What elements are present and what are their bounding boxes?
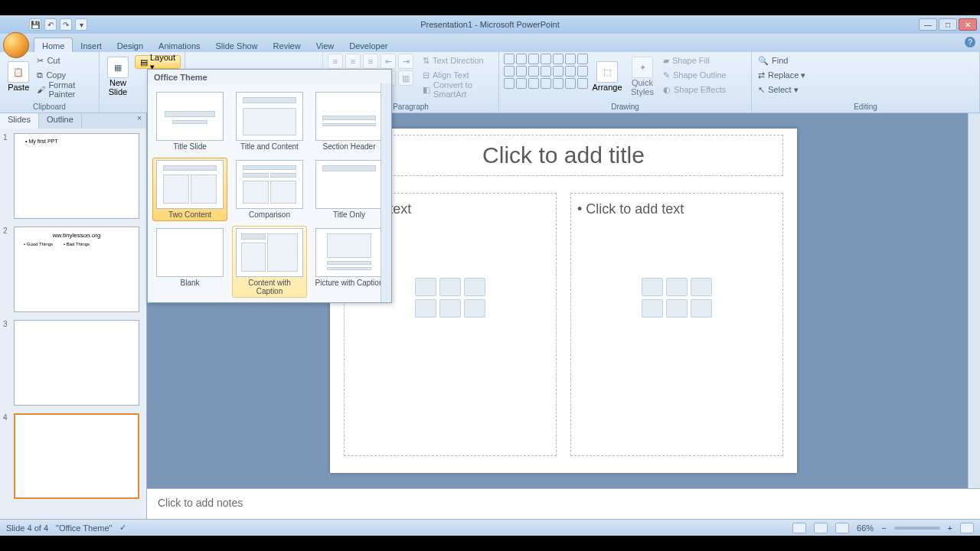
layout-thumb <box>156 228 224 277</box>
convert-smartart-button[interactable]: ◧Convert to SmartArt <box>421 83 494 96</box>
scissors-icon: ✂ <box>37 56 44 66</box>
zoom-out-button[interactable]: − <box>881 523 886 533</box>
right-content-placeholder[interactable]: • Click to add text <box>570 193 783 456</box>
layout-caption: Section Header <box>323 142 376 151</box>
tab-review[interactable]: Review <box>266 38 309 52</box>
new-slide-button[interactable]: ▦ New Slide <box>104 54 132 99</box>
paste-icon: 📋 <box>8 61 29 83</box>
vertical-scrollbar[interactable] <box>968 113 980 488</box>
tab-developer[interactable]: Developer <box>341 38 395 52</box>
new-slide-icon: ▦ <box>107 57 129 78</box>
format-painter-button[interactable]: 🖌Format Painter <box>35 83 94 96</box>
slides-pane: Slides Outline × 1• My first PPT2ww.tiny… <box>0 113 147 519</box>
zoom-in-button[interactable]: + <box>948 523 952 533</box>
layout-option-title-slide[interactable]: Title Slide <box>152 90 227 153</box>
slide-thumbnail[interactable]: 1• My first PPT <box>3 133 143 219</box>
layout-caption: Content with Caption <box>234 279 305 295</box>
layout-thumb <box>236 228 303 277</box>
thumb-number: 4 <box>3 413 11 499</box>
help-icon[interactable]: ? <box>965 37 975 47</box>
quick-access-toolbar: 💾 ↶ ↷ ▾ <box>29 18 87 31</box>
layout-thumb <box>236 92 303 141</box>
paste-button[interactable]: 📋 Paste <box>5 54 32 99</box>
layout-option-two-content[interactable]: Two Content <box>152 158 227 221</box>
zoom-fit-button[interactable] <box>960 523 974 533</box>
slide-thumbnail[interactable]: 4 <box>3 413 143 499</box>
paste-label: Paste <box>8 83 29 92</box>
zoom-slider[interactable] <box>894 527 940 530</box>
slide-thumbnail[interactable]: 3 <box>3 320 143 406</box>
theme-name: "Office Theme" <box>56 523 112 533</box>
view-sorter-button[interactable] <box>814 523 828 533</box>
undo-icon[interactable]: ↶ <box>44 18 57 31</box>
layout-caption: Title Slide <box>173 142 207 151</box>
shape-outline-button[interactable]: ✎Shape Outline <box>662 68 728 82</box>
tab-animations[interactable]: Animations <box>151 38 207 52</box>
tab-insert[interactable]: Insert <box>73 38 109 52</box>
redo-icon[interactable]: ↷ <box>60 18 72 31</box>
layout-thumb <box>315 160 383 209</box>
save-icon[interactable]: 💾 <box>29 18 41 31</box>
quick-styles-button[interactable]: ✦ Quick Styles <box>626 54 658 99</box>
spellcheck-icon[interactable]: ✓ <box>119 523 126 533</box>
layout-option-title-only[interactable]: Title Only <box>312 158 387 221</box>
bucket-icon: ▰ <box>663 56 669 66</box>
title-bar: 💾 ↶ ↷ ▾ Presentation1 - Microsoft PowerP… <box>0 15 980 34</box>
pane-close-icon[interactable]: × <box>132 113 146 129</box>
smartart-icon: ◧ <box>423 85 430 95</box>
tab-outline-pane[interactable]: Outline <box>39 113 82 129</box>
view-slideshow-button[interactable] <box>835 523 849 533</box>
layout-option-picture-with-caption[interactable]: Picture with Caption <box>312 226 387 298</box>
close-button[interactable]: ✕ <box>959 18 977 31</box>
layout-option-blank[interactable]: Blank <box>152 226 227 298</box>
zoom-value: 66% <box>857 523 874 533</box>
arrange-button[interactable]: ⬚ Arrange <box>591 54 623 99</box>
layout-button[interactable]: ▤ Layout ▾ <box>135 55 181 69</box>
align-text-icon: ⊟ <box>423 70 430 80</box>
tab-view[interactable]: View <box>309 38 342 52</box>
tab-design[interactable]: Design <box>109 38 151 52</box>
layout-option-content-with-caption[interactable]: Content with Caption <box>232 226 307 298</box>
shape-effects-button[interactable]: ◐Shape Effects <box>662 83 728 96</box>
find-button[interactable]: 🔍Find <box>756 54 807 67</box>
select-button[interactable]: ↖Select ▾ <box>756 83 807 96</box>
maximize-button[interactable]: □ <box>939 18 957 31</box>
layout-caption: Title and Content <box>240 142 299 151</box>
layout-thumb <box>315 92 383 141</box>
brush-icon: 🖌 <box>37 85 45 94</box>
layout-thumb <box>315 228 383 277</box>
notes-pane[interactable]: Click to add notes <box>147 488 980 519</box>
layout-gallery: Office Theme Title SlideTitle and Conten… <box>147 69 392 303</box>
new-slide-label: New Slide <box>109 78 127 96</box>
title-placeholder[interactable]: Click to add title <box>344 135 783 176</box>
text-direction-button[interactable]: ⇅Text Direction <box>421 54 494 67</box>
qat-more-icon[interactable]: ▾ <box>75 18 87 31</box>
shapes-gallery[interactable] <box>504 54 588 89</box>
view-normal-button[interactable] <box>792 523 806 533</box>
content-icons[interactable] <box>642 278 712 318</box>
replace-button[interactable]: ⇄Replace ▾ <box>756 68 807 82</box>
layout-caption: Picture with Caption <box>315 279 384 287</box>
content-icons[interactable] <box>415 278 485 318</box>
slide-thumbnail[interactable]: 2ww.tinylesson.org• Good Things• Bad Thi… <box>3 227 143 312</box>
arrange-icon: ⬚ <box>596 61 618 83</box>
cursor-icon: ↖ <box>758 85 765 95</box>
gallery-scrollbar[interactable] <box>381 83 391 302</box>
layout-option-section-header[interactable]: Section Header <box>312 90 387 153</box>
minimize-button[interactable]: — <box>919 18 937 31</box>
layout-caption: Title Only <box>333 210 365 219</box>
office-button[interactable] <box>3 32 29 58</box>
tab-home[interactable]: Home <box>34 37 73 52</box>
tab-slides-pane[interactable]: Slides <box>0 113 39 129</box>
find-icon: 🔍 <box>758 56 769 66</box>
cut-button[interactable]: ✂Cut <box>35 54 94 67</box>
shape-fill-button[interactable]: ▰Shape Fill <box>662 54 728 67</box>
thumb-number: 3 <box>3 320 11 406</box>
tab-slide-show[interactable]: Slide Show <box>208 38 266 52</box>
clipboard-group-label: Clipboard <box>5 101 94 112</box>
text-direction-icon: ⇅ <box>423 56 430 66</box>
layout-option-comparison[interactable]: Comparison <box>232 158 307 221</box>
layout-thumb <box>236 160 303 209</box>
window-title: Presentation1 - Microsoft PowerPoint <box>420 20 560 29</box>
layout-option-title-and-content[interactable]: Title and Content <box>232 90 307 153</box>
